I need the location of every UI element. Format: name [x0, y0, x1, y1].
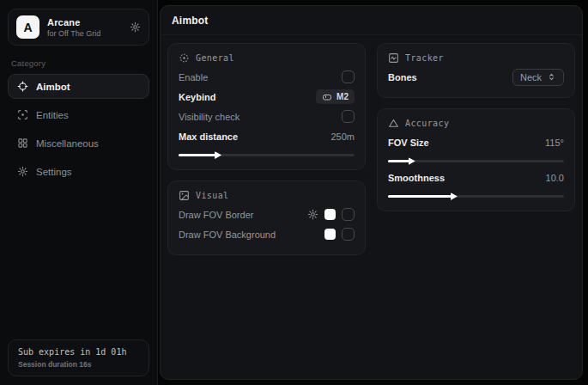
keybind-value: M2: [336, 92, 349, 101]
fov-background-checkbox[interactable]: [342, 228, 355, 241]
main-panel: Aimbot General Enable Keybind: [160, 5, 583, 380]
accuracy-icon: [388, 118, 399, 129]
main-header: Aimbot: [161, 6, 582, 35]
sidebar-item-aimbot[interactable]: Aimbot: [8, 74, 149, 99]
sidebar-item-label: Entities: [36, 110, 69, 120]
gear-icon: [17, 166, 28, 177]
sidebar: A Arcane for Off The Grid Category Aimbo…: [0, 0, 158, 385]
bones-select[interactable]: Neck: [512, 69, 564, 86]
fov-border-checkbox[interactable]: [342, 208, 355, 221]
fov-border-label: Draw FOV Border: [179, 210, 253, 220]
gear-icon[interactable]: [130, 21, 141, 33]
category-label: Category: [11, 58, 146, 68]
sidebar-nav: Aimbot Entities Miscellaneous Settings: [8, 74, 149, 184]
general-icon: [179, 52, 190, 64]
accuracy-card-header: Accuracy: [388, 118, 564, 129]
max-distance-slider[interactable]: [179, 154, 355, 156]
chevrons-up-down-icon: [547, 72, 556, 82]
content: General Enable Keybind M2: [161, 35, 582, 263]
sidebar-item-miscellaneous[interactable]: Miscellaneous: [8, 131, 149, 156]
visual-card-header: Visual: [179, 190, 355, 201]
keybind-button[interactable]: M2: [316, 89, 355, 104]
page-title: Aimbot: [172, 15, 571, 27]
sidebar-item-label: Settings: [36, 167, 72, 177]
enable-row: Enable: [179, 67, 355, 87]
fov-size-row: FOV Size 115°: [388, 132, 564, 152]
visual-card: Visual Draw FOV Border: [167, 180, 366, 255]
bones-label: Bones: [388, 72, 417, 82]
fov-border-row: Draw FOV Border: [179, 205, 355, 224]
enable-checkbox[interactable]: [342, 70, 355, 83]
general-card: General Enable Keybind M2: [167, 43, 366, 170]
fov-size-value: 115°: [545, 138, 564, 148]
accuracy-card: Accuracy FOV Size 115° Smoothness 10.0: [377, 108, 575, 211]
visibility-row: Visibility check: [179, 107, 355, 126]
tracker-card-header: Tracker: [388, 52, 564, 64]
tracker-icon: [388, 52, 399, 64]
card-header-label: Accuracy: [405, 119, 449, 128]
enable-label: Enable: [179, 72, 208, 82]
max-distance-value: 250m: [330, 131, 355, 142]
card-header-label: General: [196, 53, 234, 63]
slider-thumb[interactable]: [409, 157, 415, 165]
app-name: Arcane: [47, 17, 122, 28]
visibility-label: Visibility check: [179, 112, 239, 122]
sidebar-item-label: Aimbot: [36, 82, 70, 92]
subscription-card: Sub expires in 1d 01h Session duration 1…: [8, 339, 149, 376]
tracker-card: Tracker Bones Neck: [377, 43, 575, 98]
slider-thumb[interactable]: [451, 192, 458, 200]
card-header-label: Visual: [196, 191, 229, 200]
app-subtitle: for Off The Grid: [47, 29, 122, 38]
smoothness-label: Smoothness: [388, 173, 445, 183]
slider-thumb[interactable]: [215, 151, 221, 159]
gear-icon[interactable]: [307, 209, 318, 220]
slider-fill: [388, 195, 453, 198]
card-header-label: Tracker: [405, 53, 444, 63]
fov-background-color-swatch[interactable]: [324, 229, 336, 240]
keybind-label: Keybind: [179, 92, 215, 102]
visual-icon: [179, 190, 190, 201]
fov-border-color-swatch[interactable]: [324, 209, 336, 220]
entities-icon: [17, 109, 28, 120]
sidebar-item-settings[interactable]: Settings: [8, 159, 149, 184]
slider-fill: [179, 154, 217, 156]
column-left: General Enable Keybind M2: [167, 43, 366, 255]
slider-fill: [388, 160, 411, 162]
fov-size-slider[interactable]: [388, 160, 564, 162]
fov-background-label: Draw FOV Background: [179, 229, 276, 240]
fov-size-label: FOV Size: [388, 138, 429, 148]
bones-row: Bones Neck: [388, 67, 564, 87]
brand-card: A Arcane for Off The Grid: [8, 9, 149, 46]
visibility-checkbox[interactable]: [342, 110, 355, 123]
session-duration: Session duration 16s: [18, 360, 139, 369]
brand-text: Arcane for Off The Grid: [47, 17, 122, 38]
max-distance-label: Max distance: [179, 131, 238, 142]
smoothness-slider[interactable]: [388, 195, 564, 198]
fov-background-row: Draw FOV Background: [179, 224, 355, 244]
smoothness-row: Smoothness 10.0: [388, 168, 564, 187]
column-right: Tracker Bones Neck: [377, 43, 575, 255]
grid-icon: [17, 138, 28, 149]
mouse-icon: [322, 92, 332, 102]
general-card-header: General: [179, 52, 355, 64]
bones-value: Neck: [520, 72, 542, 82]
max-distance-row: Max distance 250m: [179, 126, 355, 146]
keybind-row: Keybind M2: [179, 87, 355, 107]
app-logo: A: [16, 15, 39, 39]
subscription-expiry: Sub expires in 1d 01h: [18, 347, 139, 357]
crosshair-icon: [17, 81, 28, 92]
sidebar-item-label: Miscellaneous: [36, 138, 99, 149]
smoothness-value: 10.0: [546, 173, 564, 183]
sidebar-item-entities[interactable]: Entities: [8, 102, 149, 127]
